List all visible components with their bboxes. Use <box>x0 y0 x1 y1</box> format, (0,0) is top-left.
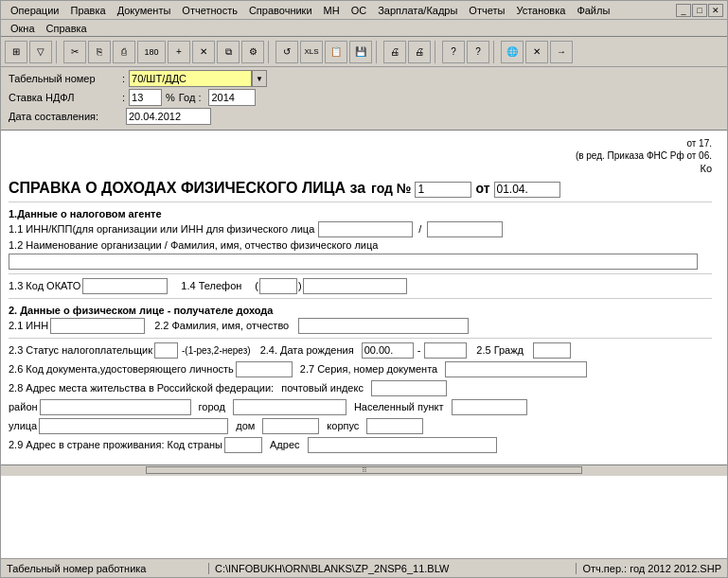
minimize-button[interactable]: _ <box>676 4 691 17</box>
doc-series-input[interactable] <box>445 361 587 377</box>
s23-hint: -(1-рез,2-нерез) <box>182 345 251 356</box>
phone-close-paren: ) <box>298 280 302 291</box>
s24-label: 2.4. Дата рождения <box>260 344 354 356</box>
divider4 <box>9 338 712 339</box>
date-row: Дата составления: <box>9 108 719 125</box>
toolbar-refresh-btn[interactable]: ↺ <box>275 41 298 63</box>
toolbar-save-btn[interactable]: 💾 <box>349 41 372 63</box>
tab-number-input[interactable] <box>129 70 252 87</box>
phone-number-input[interactable] <box>303 278 407 294</box>
toolbar-cut-btn[interactable]: ✂ <box>63 41 86 63</box>
toolbar-xls-btn[interactable]: XLS <box>300 41 323 63</box>
org-name-row: 1.2 Наименование организации / Фамилия, … <box>9 239 712 251</box>
toolbar-close-btn[interactable]: ✕ <box>525 41 548 63</box>
doc-from-date-input[interactable] <box>494 182 560 198</box>
menu-operations[interactable]: Операции <box>5 4 64 17</box>
ndfl-label: Ставка НДФЛ <box>9 92 122 103</box>
tb-sep3 <box>376 41 380 63</box>
inn-input[interactable] <box>318 221 413 237</box>
np-input[interactable] <box>452 399 527 415</box>
toolbar-delete-btn[interactable]: ✕ <box>192 41 215 63</box>
right-note2: (в ред. Приказа ФНС Рф от 06. <box>9 150 712 161</box>
toolbar-add-btn[interactable]: + <box>168 41 190 63</box>
divider1 <box>9 201 712 202</box>
menu-edit[interactable]: Правка <box>64 4 111 17</box>
menu-mn[interactable]: МН <box>318 4 346 17</box>
toolbar-clipboard-btn[interactable]: 📋 <box>325 41 347 63</box>
doc-year-num-input[interactable] <box>415 182 471 198</box>
s28-dom-label: дом <box>236 420 255 431</box>
combo-arrow-icon[interactable]: ▼ <box>252 70 267 87</box>
menu-files[interactable]: Файлы <box>571 4 615 17</box>
phone-area-input[interactable] <box>259 278 297 294</box>
citizenship-input[interactable] <box>533 342 571 359</box>
toolbar-180-btn[interactable]: 180 <box>137 41 166 63</box>
tab-number-combo[interactable]: ▼ <box>129 70 267 87</box>
inn-kpp-row: 1.1 ИНН/КПП(для организации или ИНН для … <box>9 221 712 237</box>
year-input[interactable] <box>208 89 256 106</box>
phone-wrapper: ( ) <box>255 278 406 294</box>
menu-reports[interactable]: Отчеты <box>463 4 510 17</box>
menu-salary[interactable]: Зарплата/Кадры <box>372 4 463 17</box>
toolbar-help-btn[interactable]: ? <box>442 41 465 63</box>
maximize-button[interactable]: □ <box>692 4 707 17</box>
menu-os[interactable]: ОС <box>346 4 373 17</box>
org-name-input[interactable] <box>9 254 698 270</box>
toolbar-print2-btn[interactable]: 🖨 <box>408 41 431 63</box>
tb-sep4 <box>435 41 438 63</box>
horizontal-scrollbar[interactable]: ⠿ <box>1 464 727 476</box>
menu-windows[interactable]: Окна <box>5 22 41 35</box>
toolbar-grid-btn[interactable]: ⊞ <box>5 41 27 63</box>
bday-year-input[interactable] <box>424 342 467 359</box>
close-button[interactable]: ✕ <box>708 4 723 17</box>
statusbar-left-text: Табельный номер работника <box>1 563 209 574</box>
toolbar-globe-btn[interactable]: 🌐 <box>501 41 524 63</box>
s29-label: 2.9 Адрес в стране проживания: Код стран… <box>9 439 222 450</box>
menu-install[interactable]: Установка <box>510 4 571 17</box>
country-code-input[interactable] <box>224 437 262 453</box>
menu-documents[interactable]: Документы <box>112 4 177 17</box>
menubar-row1: Операции Правка Документы Отчетность Спр… <box>1 1 727 20</box>
status-input[interactable] <box>154 342 178 359</box>
korpus-input[interactable] <box>366 418 423 434</box>
ulica-input[interactable] <box>39 418 228 434</box>
s28-korpus-label: корпус <box>327 420 359 431</box>
date-input[interactable] <box>126 108 211 125</box>
okato-phone-row: 1.3 Код ОКАТО 1.4 Телефон ( ) <box>9 278 712 294</box>
rayon-input[interactable] <box>40 399 191 415</box>
address-label-row: 2.8 Адрес места жительства в Российской … <box>9 380 712 396</box>
bday-input[interactable] <box>362 342 414 359</box>
person-name-input[interactable] <box>298 318 469 334</box>
tb-sep1 <box>56 41 60 63</box>
s26-label: 2.6 Код документа,удостоверяющего личнос… <box>9 363 234 375</box>
toolbar-paste-btn[interactable]: ⎙ <box>113 41 135 63</box>
slash-sep: / <box>418 223 421 235</box>
toolbar-settings-btn[interactable]: ⚙ <box>241 41 264 63</box>
section2: 2. Данные о физическом лице - получателе… <box>9 305 712 453</box>
menu-help[interactable]: Справка <box>41 22 93 35</box>
ko-label: Ко <box>9 163 712 174</box>
doc-code-input[interactable] <box>236 361 293 377</box>
toolbar-copy2-btn[interactable]: ⧉ <box>217 41 240 63</box>
dom-input[interactable] <box>262 418 319 434</box>
toolbar-print-btn[interactable]: 🖨 <box>383 41 406 63</box>
s28-city-label: город <box>199 401 225 412</box>
toolbar-help2-btn[interactable]: ? <box>467 41 489 63</box>
postal-index-input[interactable] <box>371 380 447 396</box>
from-label: от <box>475 181 489 196</box>
kpp-input[interactable] <box>427 221 503 237</box>
menu-references[interactable]: Справочники <box>243 4 318 17</box>
toolbar-next-btn[interactable]: → <box>550 41 573 63</box>
scrollbar-thumb[interactable]: ⠿ <box>146 466 581 474</box>
menu-reporting[interactable]: Отчетность <box>176 4 243 17</box>
rayon-city-row: район город Населенный пункт <box>9 399 712 415</box>
toolbar-copy-btn[interactable]: ⎘ <box>88 41 111 63</box>
okato-input[interactable] <box>82 278 168 294</box>
toolbar-filter-btn[interactable]: ▽ <box>29 41 52 63</box>
foreign-addr-input[interactable] <box>308 437 497 453</box>
person-inn-input[interactable] <box>50 318 145 334</box>
s28-index-label: почтовый индекс <box>281 382 364 394</box>
doc-title-right: год № от <box>371 181 559 198</box>
city-input[interactable] <box>233 399 346 415</box>
ndfl-input[interactable] <box>129 89 162 106</box>
